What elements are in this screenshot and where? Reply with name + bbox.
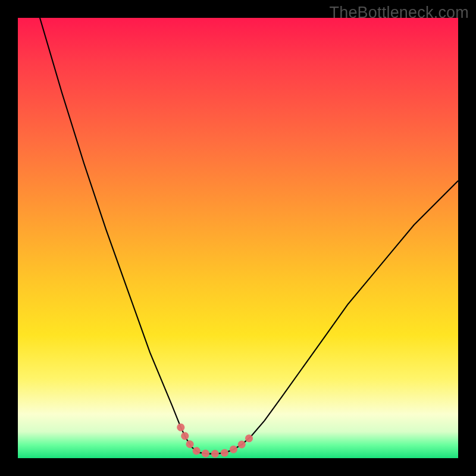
curve-right-branch: [216, 181, 458, 454]
watermark-text: TheBottleneck.com: [329, 4, 469, 22]
chart-plot-area: [18, 18, 458, 458]
curve-left-branch: [40, 18, 216, 454]
chart-curves-svg: [18, 18, 458, 458]
optimal-zone-highlight: [181, 427, 249, 453]
